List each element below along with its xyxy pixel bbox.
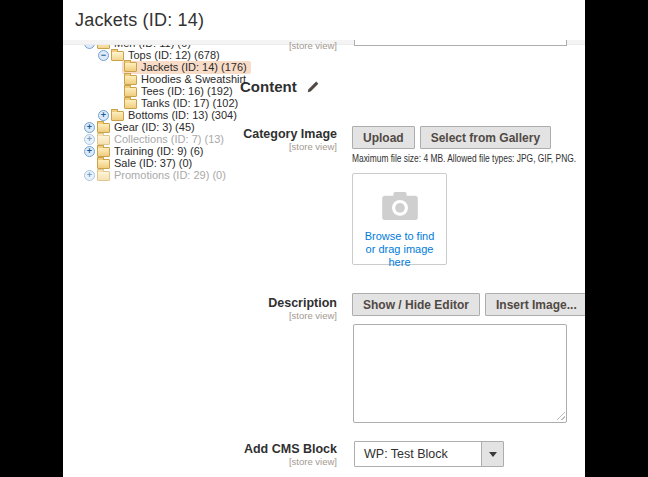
tree-node-label: Hoodies & Sweatshirt [141, 73, 246, 85]
store-view-scope-top: [store view] [289, 40, 337, 51]
tree-node-bottoms[interactable]: Bottoms (ID: 13) (304) [78, 109, 317, 121]
folder-icon [97, 147, 110, 157]
expand-icon[interactable] [98, 110, 109, 121]
expand-icon[interactable] [84, 122, 95, 133]
tree-node-tees[interactable]: Tees (ID: 16) (192) [78, 85, 317, 97]
tree-node-label: Tees (ID: 16) (192) [141, 85, 233, 97]
store-view-scope: [store view] [289, 456, 337, 467]
folder-icon [124, 87, 137, 97]
description-buttons: Show / Hide Editor Insert Image... [352, 293, 585, 316]
camera-icon [381, 191, 419, 221]
image-dropzone[interactable]: Browse to find or drag image here [352, 173, 447, 265]
tree-node-promotions[interactable]: Promotions (ID: 29) (0) [78, 169, 317, 181]
folder-icon [97, 171, 110, 181]
tree-node-training[interactable]: Training (ID: 9) (6) [78, 145, 317, 157]
category-edit-page: Jackets (ID: 14) [store view] Men (ID: 1… [63, 0, 585, 477]
dropzone-link-text[interactable]: Browse to find or drag image here [353, 230, 446, 269]
page-title: Jackets (ID: 14) [75, 10, 204, 31]
cms-block-select[interactable]: WP: Test Block [354, 441, 504, 467]
folder-icon [111, 111, 124, 121]
tree-node-gear[interactable]: Gear (ID: 3) (45) [78, 121, 317, 133]
category-image-buttons: Upload Select from Gallery [352, 126, 551, 149]
tree-node-label: Jackets (ID: 14) (176) [141, 61, 247, 73]
expand-icon[interactable] [84, 134, 95, 145]
tree-node-jackets[interactable]: Jackets (ID: 14) (176) [78, 61, 317, 73]
tree-node-tanks[interactable]: Tanks (ID: 17) (102) [78, 97, 317, 109]
tree-node-tops[interactable]: Tops (ID: 12) (678) [78, 49, 317, 61]
folder-icon [97, 159, 110, 169]
folder-icon [124, 75, 137, 85]
tree-node-label: Collections (ID: 7) (13) [114, 133, 224, 145]
select-from-gallery-button[interactable]: Select from Gallery [420, 126, 551, 149]
tree-node-label: Promotions (ID: 29) (0) [114, 169, 226, 181]
description-textarea[interactable] [353, 324, 567, 423]
folder-icon [97, 135, 110, 145]
description-label: Description [268, 296, 337, 310]
folder-icon [97, 123, 110, 133]
expand-icon[interactable] [84, 146, 95, 157]
upload-button[interactable]: Upload [352, 126, 415, 149]
tree-node-collections[interactable]: Collections (ID: 7) (13) [78, 133, 317, 145]
show-hide-editor-button[interactable]: Show / Hide Editor [352, 293, 480, 316]
store-view-scope: [store view] [289, 310, 337, 321]
screenshot-root: Jackets (ID: 14) [store view] Men (ID: 1… [0, 0, 648, 477]
tree-node-sale[interactable]: Sale (ID: 37) (0) [78, 157, 317, 169]
folder-icon [124, 62, 137, 72]
tree-node-label: Tops (ID: 12) (678) [128, 49, 220, 61]
file-upload-hint: Maximum file size: 4 MB. Allowed file ty… [352, 152, 576, 164]
description-textarea-wrap [353, 324, 567, 423]
folder-icon [124, 99, 137, 109]
tree-node-label: Bottoms (ID: 13) (304) [128, 109, 237, 121]
caret-down-icon[interactable] [481, 442, 503, 466]
add-cms-block-label: Add CMS Block [244, 442, 337, 456]
collapse-icon[interactable] [98, 50, 109, 61]
insert-image-button[interactable]: Insert Image... [485, 293, 585, 316]
page-header: Jackets (ID: 14) [63, 0, 585, 40]
cms-block-selected-option: WP: Test Block [355, 447, 481, 461]
folder-open-icon [111, 51, 124, 61]
tree-node-label: Gear (ID: 3) (45) [114, 121, 195, 133]
tree-node-label: Training (ID: 9) (6) [114, 145, 203, 157]
tree-node-label: Tanks (ID: 17) (102) [141, 97, 238, 109]
tree-node-hoodies[interactable]: Hoodies & Sweatshirt [78, 73, 317, 85]
expand-icon[interactable] [84, 170, 95, 181]
tree-node-label: Sale (ID: 37) (0) [114, 157, 192, 169]
